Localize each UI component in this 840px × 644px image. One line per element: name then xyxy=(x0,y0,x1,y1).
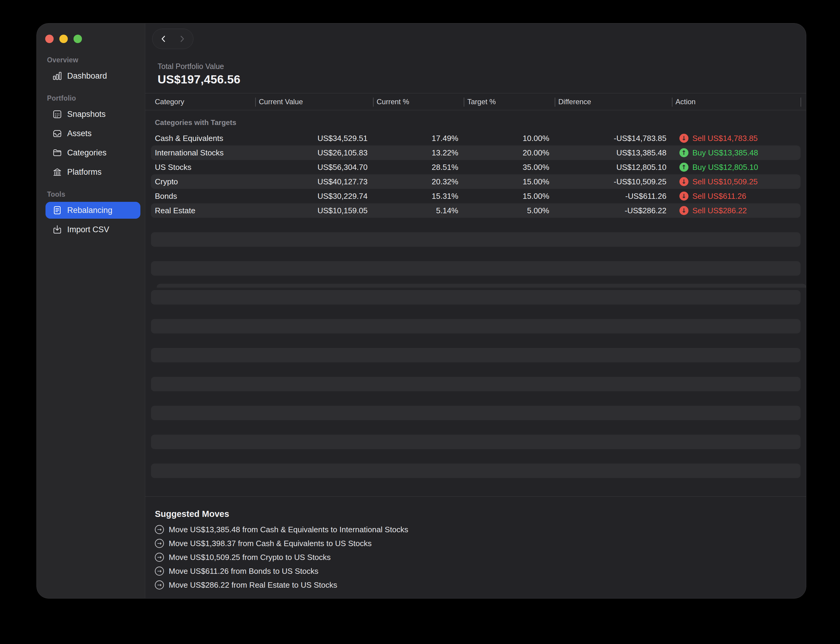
sidebar-item-label: Assets xyxy=(67,129,92,138)
document-icon xyxy=(52,205,62,215)
sidebar-item-categories[interactable]: Categories xyxy=(46,144,140,161)
current-percent-cell: 28.51% xyxy=(373,163,464,172)
sidebar-item-platforms[interactable]: Platforms xyxy=(46,164,140,181)
table-row-cash-equivalents[interactable]: Cash & Equivalents US$34,529.51 17.49% 1… xyxy=(145,131,806,146)
sidebar-nav: Overview Dashboard Portfolio Snapshots A… xyxy=(37,56,145,238)
table-body: Cash & Equivalents US$34,529.51 17.49% 1… xyxy=(145,131,806,218)
difference-cell: -US$611.26 xyxy=(555,192,672,201)
table-row-crypto[interactable]: Crypto US$40,127.73 20.32% 15.00% -US$10… xyxy=(145,174,806,189)
table-row-real-estate[interactable]: Real Estate US$10,159.05 5.14% 5.00% -US… xyxy=(145,203,806,218)
column-header-difference[interactable]: Difference xyxy=(555,98,672,106)
arrow-right-circle-icon: → xyxy=(155,525,164,534)
empty-row-stripe xyxy=(151,406,801,420)
action-label: Sell US$10,509.25 xyxy=(692,177,758,186)
desktop: { "window": { "traffic_lights": ["close"… xyxy=(0,0,840,644)
column-header-current-value[interactable]: Current Value xyxy=(255,98,373,106)
sidebar-item-dashboard[interactable]: Dashboard xyxy=(46,67,140,84)
suggested-move-item: → Move US$286.22 from Real Estate to US … xyxy=(155,578,794,592)
suggested-move-text: Move US$286.22 from Real Estate to US St… xyxy=(169,580,337,590)
suggested-move-text: Move US$10,509.25 from Crypto to US Stoc… xyxy=(169,553,331,562)
suggested-moves-section: Suggested Moves → Move US$13,385.48 from… xyxy=(155,508,794,592)
current-value-cell: US$56,304.70 xyxy=(255,163,373,172)
difference-cell: -US$10,509.25 xyxy=(555,177,672,186)
app-window: Overview Dashboard Portfolio Snapshots A… xyxy=(36,23,806,598)
sidebar-section: Overview Dashboard xyxy=(37,56,145,84)
category-cell: Crypto xyxy=(145,177,255,186)
difference-cell: US$13,385.48 xyxy=(555,148,672,158)
main-content: Total Portfolio Value US$197,456.56 Cate… xyxy=(145,23,806,598)
arrow-right-circle-icon: → xyxy=(155,567,164,576)
table-row-bonds[interactable]: Bonds US$30,229.74 15.31% 15.00% -US$611… xyxy=(145,189,806,203)
target-percent-cell: 35.00% xyxy=(464,163,555,172)
minimize-window-button[interactable] xyxy=(59,34,68,43)
forward-button[interactable] xyxy=(173,30,191,48)
column-header-target-percent[interactable]: Target % xyxy=(464,98,555,106)
sidebar-item-label: Import CSV xyxy=(67,225,109,234)
history-nav xyxy=(152,29,194,49)
arrow-up-circle-icon: ↑ xyxy=(679,148,689,157)
column-header-category[interactable]: Category xyxy=(145,98,255,106)
current-percent-cell: 13.22% xyxy=(373,148,464,158)
sidebar-section-label: Overview xyxy=(47,56,145,64)
action-cell[interactable]: ↓ Sell US$611.26 xyxy=(672,192,801,201)
column-header-action[interactable]: Action xyxy=(672,98,801,106)
table-row-us-stocks[interactable]: US Stocks US$56,304.70 28.51% 35.00% US$… xyxy=(145,160,806,174)
current-percent-cell: 5.14% xyxy=(373,206,464,215)
chevron-right-icon xyxy=(178,34,186,44)
target-percent-cell: 5.00% xyxy=(464,206,555,215)
sidebar-section-label: Portfolio xyxy=(47,94,145,102)
bank-icon xyxy=(52,167,62,177)
category-cell: Real Estate xyxy=(145,206,255,215)
action-cell[interactable]: ↑ Buy US$12,805.10 xyxy=(672,163,801,172)
sidebar-item-label: Categories xyxy=(67,148,107,158)
current-percent-cell: 15.31% xyxy=(373,192,464,201)
sidebar-item-label: Dashboard xyxy=(67,71,107,81)
empty-row-stripe xyxy=(151,319,801,334)
empty-row-stripe xyxy=(151,261,801,276)
zoom-window-button[interactable] xyxy=(74,34,82,43)
tray-icon xyxy=(52,128,62,138)
sidebar-section: Portfolio Snapshots Assets Categories Pl… xyxy=(37,94,145,181)
current-value-cell: US$26,105.83 xyxy=(255,148,373,158)
action-cell[interactable]: ↓ Sell US$14,783.85 xyxy=(672,134,801,143)
current-value-cell: US$34,529.51 xyxy=(255,134,373,143)
close-window-button[interactable] xyxy=(45,34,54,43)
suggested-moves-title: Suggested Moves xyxy=(155,508,794,519)
arrow-down-circle-icon: ↓ xyxy=(679,177,689,186)
action-cell[interactable]: ↓ Sell US$10,509.25 xyxy=(672,177,801,186)
column-divider xyxy=(801,98,801,107)
sidebar-item-assets[interactable]: Assets xyxy=(46,125,140,142)
sidebar-item-rebalancing[interactable]: Rebalancing xyxy=(46,202,140,219)
empty-row-stripe xyxy=(151,435,801,449)
category-cell: US Stocks xyxy=(145,163,255,172)
suggested-move-item: → Move US$1,398.37 from Cash & Equivalen… xyxy=(155,536,794,550)
suggested-move-item: → Move US$13,385.48 from Cash & Equivale… xyxy=(155,522,794,536)
empty-row-stripe xyxy=(151,290,801,304)
chevron-left-icon xyxy=(159,34,168,44)
sidebar-item-import-csv[interactable]: Import CSV xyxy=(46,221,140,238)
column-header-current-percent[interactable]: Current % xyxy=(373,98,464,106)
action-label: Buy US$12,805.10 xyxy=(692,163,758,172)
partial-empty-row xyxy=(157,284,806,288)
action-label: Buy US$13,385.48 xyxy=(692,148,758,158)
import-icon xyxy=(52,224,62,235)
arrow-right-circle-icon: → xyxy=(155,580,164,590)
arrow-down-circle-icon: ↓ xyxy=(679,192,689,200)
table-row-international-stocks[interactable]: International Stocks US$26,105.83 13.22%… xyxy=(145,146,806,160)
arrow-up-circle-icon: ↑ xyxy=(679,163,689,172)
sidebar-item-label: Snapshots xyxy=(67,110,106,119)
calendar-icon xyxy=(52,109,62,119)
total-portfolio-label: Total Portfolio Value xyxy=(158,62,240,71)
column-divider xyxy=(255,98,256,107)
empty-row-stripe xyxy=(151,232,801,247)
sidebar-item-snapshots[interactable]: Snapshots xyxy=(46,106,140,123)
column-divider xyxy=(373,98,373,107)
category-cell: Bonds xyxy=(145,192,255,201)
back-button[interactable] xyxy=(155,30,173,48)
sidebar-item-label: Platforms xyxy=(67,168,102,177)
action-cell[interactable]: ↓ Sell US$286.22 xyxy=(672,206,801,215)
target-percent-cell: 10.00% xyxy=(464,134,555,143)
column-divider xyxy=(672,98,672,107)
action-cell[interactable]: ↑ Buy US$13,385.48 xyxy=(672,148,801,158)
arrow-down-circle-icon: ↓ xyxy=(679,134,689,143)
